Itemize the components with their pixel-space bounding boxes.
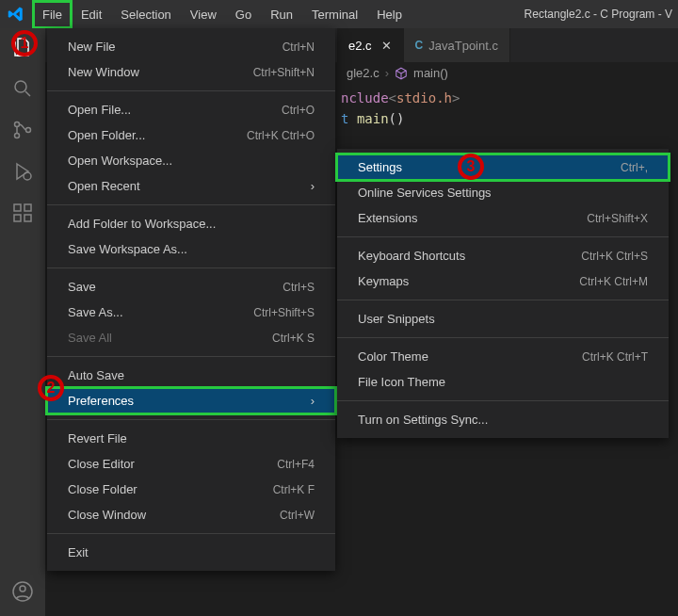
activity-bar — [0, 28, 45, 616]
svg-rect-6 — [14, 215, 21, 221]
svg-rect-5 — [14, 204, 21, 211]
annotation-badge-2: 2 — [38, 375, 64, 401]
menu-run[interactable]: Run — [262, 2, 301, 27]
file-menu-revert-file[interactable]: Revert File — [47, 426, 335, 451]
menu-separator — [337, 236, 669, 237]
submenu-keyboard-shortcuts[interactable]: Keyboard Shortcuts Ctrl+K Ctrl+S — [337, 243, 669, 268]
file-menu-open-file[interactable]: Open File... Ctrl+O — [47, 97, 335, 122]
menu-go[interactable]: Go — [227, 2, 260, 27]
menu-separator — [47, 204, 335, 205]
close-tab-icon[interactable]: ✕ — [381, 39, 392, 53]
menu-separator — [47, 267, 335, 268]
svg-point-4 — [24, 172, 31, 180]
svg-rect-8 — [24, 204, 31, 211]
file-dropdown: New File Ctrl+N New Window Ctrl+Shift+N … — [47, 28, 335, 571]
title-bar: File Edit Selection View Go Run Terminal… — [0, 0, 678, 28]
file-menu-open-recent[interactable]: Open Recent › — [47, 173, 335, 199]
submenu-keymaps[interactable]: Keymaps Ctrl+K Ctrl+M — [337, 268, 669, 294]
file-menu-save[interactable]: Save Ctrl+S — [47, 274, 335, 300]
file-menu-new-window[interactable]: New Window Ctrl+Shift+N — [47, 59, 335, 85]
symbol-cube-icon — [395, 67, 408, 80]
chevron-right-icon: › — [311, 179, 315, 193]
breadcrumb-symbol: main() — [413, 66, 448, 80]
file-menu-save-as[interactable]: Save As... Ctrl+Shift+S — [47, 300, 335, 325]
svg-point-2 — [15, 134, 20, 138]
svg-rect-7 — [24, 215, 31, 221]
file-menu-preferences[interactable]: Preferences › — [47, 388, 335, 413]
menu-separator — [337, 300, 669, 300]
menu-terminal[interactable]: Terminal — [303, 2, 366, 27]
file-menu-open-workspace[interactable]: Open Workspace... — [47, 148, 335, 173]
svg-point-10 — [20, 586, 25, 592]
chevron-right-icon: › — [311, 394, 315, 408]
menu-separator — [47, 533, 335, 534]
submenu-user-snippets[interactable]: User Snippets — [337, 306, 669, 332]
annotation-badge-3: 3 — [458, 154, 484, 180]
submenu-color-theme[interactable]: Color Theme Ctrl+K Ctrl+T — [337, 344, 669, 369]
file-menu-save-workspace-as[interactable]: Save Workspace As... — [47, 236, 335, 262]
menu-file[interactable]: File — [34, 2, 71, 27]
file-menu-open-folder[interactable]: Open Folder... Ctrl+K Ctrl+O — [47, 122, 335, 148]
file-menu-exit[interactable]: Exit — [47, 540, 335, 565]
file-menu-close-editor[interactable]: Close Editor Ctrl+F4 — [47, 451, 335, 477]
tab-label: e2.c — [348, 39, 372, 53]
submenu-extensions[interactable]: Extensions Ctrl+Shift+X — [337, 205, 669, 231]
svg-point-3 — [26, 128, 31, 133]
annotation-badge-1: 1 — [11, 30, 38, 57]
extensions-icon[interactable] — [11, 202, 34, 224]
tab-active[interactable]: e2.c ✕ — [337, 28, 404, 62]
menu-separator — [47, 356, 335, 357]
c-file-icon: C — [415, 39, 424, 52]
window-title: Rectangle2.c - C Program - V — [525, 8, 672, 21]
menu-view[interactable]: View — [182, 2, 225, 27]
file-menu-close-window[interactable]: Close Window Ctrl+W — [47, 502, 335, 527]
menu-help[interactable]: Help — [368, 2, 411, 27]
svg-point-0 — [15, 81, 26, 92]
file-menu-save-all: Save All Ctrl+K S — [47, 325, 335, 350]
tab-inactive[interactable]: C JavaTpoint.c — [404, 28, 510, 62]
svg-point-1 — [15, 122, 20, 127]
tab-label: JavaTpoint.c — [428, 39, 498, 53]
submenu-online-services[interactable]: Online Services Settings — [337, 180, 669, 205]
search-icon[interactable] — [11, 77, 34, 100]
preferences-submenu: Settings Ctrl+, Online Services Settings… — [337, 149, 669, 438]
submenu-settings[interactable]: Settings Ctrl+, — [337, 154, 669, 180]
file-menu-new-file[interactable]: New File Ctrl+N — [47, 34, 335, 59]
file-menu-auto-save[interactable]: Auto Save — [47, 363, 335, 388]
menu-edit[interactable]: Edit — [73, 2, 110, 27]
vscode-logo-icon — [8, 6, 24, 23]
run-debug-icon[interactable] — [11, 160, 34, 183]
menu-separator — [337, 337, 669, 338]
submenu-file-icon-theme[interactable]: File Icon Theme — [337, 369, 669, 395]
file-menu-close-folder[interactable]: Close Folder Ctrl+K F — [47, 477, 335, 502]
breadcrumb-file: gle2.c — [347, 66, 379, 80]
account-icon[interactable] — [11, 580, 34, 603]
menu-selection[interactable]: Selection — [112, 2, 179, 27]
menu-separator — [337, 400, 669, 401]
source-control-icon[interactable] — [11, 119, 34, 141]
file-menu-add-folder[interactable]: Add Folder to Workspace... — [47, 211, 335, 236]
submenu-settings-sync[interactable]: Turn on Settings Sync... — [337, 407, 669, 432]
menu-separator — [47, 419, 335, 420]
chevron-right-icon: › — [385, 66, 389, 80]
menu-separator — [47, 90, 335, 91]
